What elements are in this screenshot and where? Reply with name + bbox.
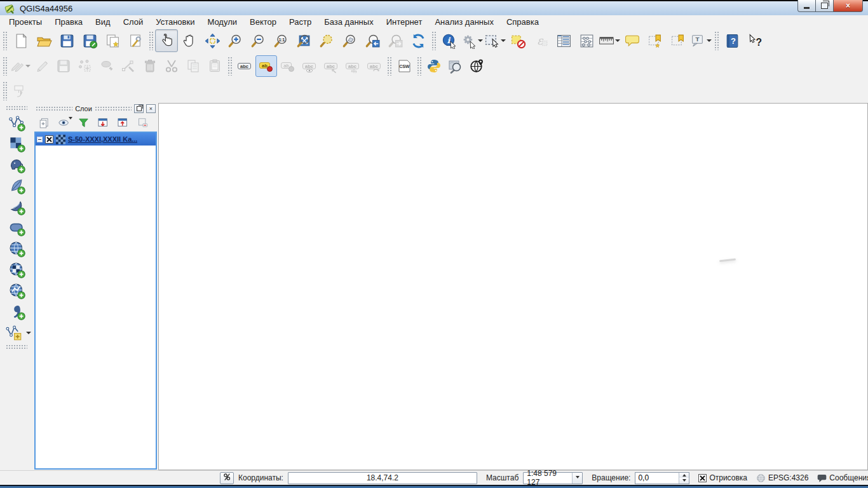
menu-item-2[interactable]: Правка bbox=[48, 17, 89, 27]
map-canvas[interactable] bbox=[158, 103, 868, 470]
new-shapefile-layer-button[interactable] bbox=[3, 322, 31, 343]
layer-diagram-options-button[interactable]: ab bbox=[277, 55, 299, 77]
add-wcs-layer[interactable] bbox=[5, 259, 28, 280]
zoom-in-button[interactable] bbox=[224, 29, 247, 52]
add-spatialite-layer[interactable] bbox=[5, 175, 28, 196]
add-wcs-layer-button[interactable] bbox=[5, 259, 28, 280]
add-postgis-layer[interactable] bbox=[5, 154, 28, 175]
menu-item-1[interactable]: Проекты bbox=[3, 17, 48, 27]
new-project-button[interactable] bbox=[10, 29, 32, 52]
zoom-full-extent-button[interactable] bbox=[292, 29, 315, 52]
map-search-plugin-button[interactable] bbox=[445, 55, 466, 77]
menu-item-6[interactable]: Модули bbox=[201, 17, 243, 27]
menu-item-11[interactable]: Анализ данных bbox=[428, 17, 500, 27]
menu-item-5[interactable]: Установки bbox=[149, 17, 201, 27]
pan-map-button[interactable] bbox=[178, 29, 201, 52]
add-feature-button[interactable] bbox=[74, 55, 96, 77]
delete-selected-button[interactable] bbox=[139, 55, 161, 77]
map-tips-button[interactable] bbox=[621, 29, 644, 52]
layer-labeling-options-button[interactable]: abc bbox=[234, 55, 255, 77]
pan-to-selection-button[interactable] bbox=[201, 29, 224, 52]
layer-item[interactable]: S-50-XXXI,XXXII Ka... bbox=[36, 133, 156, 146]
save-project-as-button[interactable] bbox=[78, 29, 101, 52]
move-feature-button[interactable] bbox=[96, 55, 118, 77]
layer-visibility-checkbox[interactable] bbox=[45, 135, 53, 144]
copy-features-button[interactable] bbox=[182, 55, 204, 77]
add-wms-layer[interactable] bbox=[5, 238, 28, 259]
show-bookmarks-button[interactable] bbox=[667, 29, 689, 52]
add-delimited-text-layer-button[interactable] bbox=[5, 301, 28, 322]
spin-up-button[interactable] bbox=[679, 473, 689, 478]
collapse-expander-icon[interactable] bbox=[37, 137, 43, 142]
add-raster-layer-button[interactable] bbox=[5, 133, 28, 154]
toggle-extents-button[interactable] bbox=[220, 472, 234, 484]
rotation-spinbox[interactable] bbox=[635, 472, 689, 484]
labeling-active-button[interactable]: ab bbox=[255, 55, 277, 77]
crs-status-button[interactable]: EPSG:4326 bbox=[756, 473, 808, 483]
zoom-to-layer-button[interactable] bbox=[338, 29, 361, 52]
osm-place-search-button[interactable] bbox=[466, 55, 488, 77]
add-delimited-text-layer[interactable] bbox=[5, 301, 28, 322]
text-annotation-button[interactable]: T bbox=[689, 29, 712, 52]
move-label-button[interactable]: abc bbox=[342, 55, 363, 77]
menu-item-3[interactable]: Вид bbox=[89, 17, 117, 27]
run-feature-action-button[interactable] bbox=[461, 29, 484, 52]
remove-layer-button[interactable] bbox=[134, 116, 151, 130]
menu-item-4[interactable]: Слой bbox=[117, 17, 150, 27]
render-toggle[interactable]: Отрисовка bbox=[698, 473, 747, 482]
add-wfs-layer[interactable] bbox=[5, 280, 28, 301]
restore-button[interactable] bbox=[816, 0, 834, 12]
coordinates-input[interactable] bbox=[288, 472, 477, 484]
statistical-summary-button[interactable] bbox=[575, 29, 598, 52]
filter-legend-button[interactable] bbox=[75, 116, 92, 130]
expand-all-button[interactable] bbox=[95, 116, 112, 130]
zoom-last-button[interactable] bbox=[361, 29, 384, 52]
zoom-native-resolution-button[interactable]: 1:1 bbox=[269, 29, 292, 52]
add-postgis-layer-button[interactable] bbox=[5, 154, 28, 175]
new-print-composer-button[interactable] bbox=[101, 29, 124, 52]
add-spatialite-layer-button[interactable] bbox=[5, 175, 28, 196]
select-by-expression-button[interactable]: ε bbox=[529, 29, 552, 52]
add-mssql-layer[interactable] bbox=[5, 196, 28, 217]
composer-manager-button[interactable] bbox=[124, 29, 147, 52]
zoom-to-selection-button[interactable] bbox=[315, 29, 338, 52]
spin-down-button[interactable] bbox=[679, 478, 689, 484]
add-vector-layer[interactable] bbox=[5, 112, 28, 133]
pin-unpin-labels-button[interactable]: abc bbox=[320, 55, 342, 77]
add-wfs-layer-button[interactable] bbox=[5, 280, 28, 301]
minimize-button[interactable] bbox=[797, 0, 816, 12]
open-project-button[interactable] bbox=[32, 29, 55, 52]
new-shapefile-layer[interactable] bbox=[3, 322, 25, 343]
add-raster-layer[interactable] bbox=[5, 133, 28, 154]
menu-item-12[interactable]: Справка bbox=[500, 17, 545, 27]
save-project-button[interactable] bbox=[55, 29, 78, 52]
touch-zoom-and-pan-button[interactable] bbox=[155, 29, 178, 52]
refresh-map-button[interactable] bbox=[407, 29, 430, 52]
zoom-out-button[interactable] bbox=[247, 29, 269, 52]
close-panel-button[interactable]: × bbox=[146, 104, 156, 113]
layer-name[interactable]: S-50-XXXI,XXXII Ka... bbox=[68, 135, 137, 143]
manage-map-themes-button[interactable] bbox=[55, 116, 72, 130]
open-attribute-table-button[interactable] bbox=[552, 29, 575, 52]
current-edits-button[interactable] bbox=[10, 55, 31, 77]
add-oracle-layer[interactable] bbox=[5, 217, 28, 238]
identify-features-button[interactable]: i bbox=[438, 29, 461, 52]
rotate-label-button[interactable]: abc bbox=[363, 55, 385, 77]
messages-button[interactable]: Сообщения bbox=[817, 473, 868, 483]
render-checkbox[interactable] bbox=[698, 474, 707, 482]
scale-dropdown-button[interactable] bbox=[572, 473, 582, 484]
scale-combobox[interactable]: 1:48 579 127 bbox=[523, 472, 583, 484]
python-console-button[interactable] bbox=[423, 55, 445, 77]
layers-tree[interactable]: S-50-XXXI,XXXII Ka... bbox=[34, 132, 157, 470]
cut-features-button[interactable] bbox=[161, 55, 182, 77]
help-contents-button[interactable]: ? bbox=[721, 29, 743, 52]
menu-item-9[interactable]: База данных bbox=[318, 17, 379, 27]
change-label-button[interactable] bbox=[10, 80, 31, 102]
float-panel-button[interactable] bbox=[134, 104, 144, 113]
close-button[interactable]: × bbox=[834, 0, 863, 12]
collapse-all-button[interactable] bbox=[114, 116, 132, 130]
menu-item-7[interactable]: Вектор bbox=[243, 17, 283, 27]
add-mssql-layer-button[interactable] bbox=[5, 196, 28, 217]
add-oracle-layer-button[interactable] bbox=[5, 217, 28, 238]
zoom-next-button[interactable] bbox=[384, 29, 407, 52]
